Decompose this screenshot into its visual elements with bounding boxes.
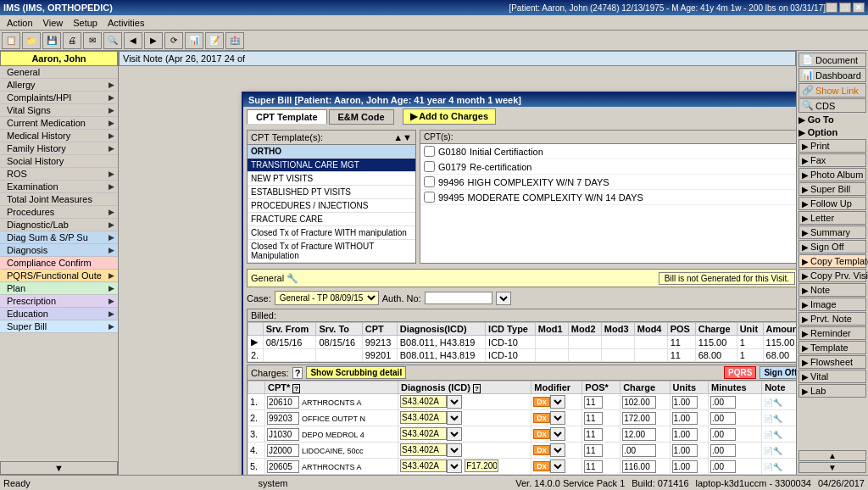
- cpt-input-4[interactable]: [267, 444, 299, 457]
- toolbar-btn-9[interactable]: ⟳: [164, 32, 183, 49]
- pos-input-4[interactable]: [584, 444, 603, 457]
- toolbar-btn-8[interactable]: ▶: [144, 32, 163, 49]
- diag-drop-5[interactable]: [447, 459, 462, 473]
- charge-input-1[interactable]: [622, 396, 656, 409]
- menu-activities[interactable]: Activities: [103, 17, 149, 29]
- right-scroll-up[interactable]: ▲: [798, 450, 866, 461]
- toolbar-btn-2[interactable]: 📁: [22, 32, 41, 49]
- dx-btn-4[interactable]: Dx: [533, 445, 550, 455]
- charge-row-1[interactable]: 1. ARTHROCNTS A Dx 📄🔧 N: [248, 394, 797, 410]
- mod-drop-5[interactable]: [550, 459, 565, 473]
- sidebar-item-family-history[interactable]: Family History ▶: [0, 142, 118, 155]
- units-input-5[interactable]: [672, 460, 698, 473]
- sidebar-item-procedures[interactable]: Procedures ▶: [0, 206, 118, 219]
- cpt-check-99496[interactable]: [424, 176, 435, 187]
- template-item-closed-without[interactable]: Closed Tx of Fracture WITHOUT Manipulati…: [248, 240, 415, 263]
- template-item-closed-with[interactable]: Closed Tx of Fracture WITH manipulation: [248, 226, 415, 240]
- show-scrub-btn[interactable]: Show Scrubbing detail: [306, 366, 406, 379]
- template-item-procedures[interactable]: PROCEDURES / INJECTIONS: [248, 199, 415, 213]
- sidebar-item-general[interactable]: General: [0, 66, 118, 79]
- menu-action[interactable]: Action: [2, 17, 38, 29]
- billed-row-2[interactable]: 2. 99201 B08.011, H43.819 ICD-10 1: [248, 349, 797, 362]
- toolbar-btn-11[interactable]: 📝: [205, 32, 224, 49]
- template-item-established[interactable]: ESTABLISHED PT VISITS: [248, 186, 415, 199]
- right-btn-lab[interactable]: ▶ Lab: [798, 384, 866, 398]
- minimize-btn[interactable]: _: [826, 3, 837, 13]
- charge-input-2[interactable]: [622, 412, 656, 425]
- sidebar-item-diagnostic-lab[interactable]: Diagnostic/Lab ▶: [0, 219, 118, 231]
- dx-btn-2[interactable]: Dx: [533, 413, 550, 423]
- right-btn-vital[interactable]: ▶ Vital: [798, 370, 866, 383]
- diag-input-5[interactable]: [400, 459, 447, 472]
- sidebar-item-examination[interactable]: Examination ▶: [0, 181, 118, 193]
- charge-input-4[interactable]: [622, 444, 656, 457]
- pos-input-5[interactable]: [584, 460, 603, 473]
- diag-input-4[interactable]: [400, 443, 447, 456]
- right-btn-summary[interactable]: ▶ Summary: [798, 226, 866, 239]
- right-btn-image[interactable]: ▶ Image: [798, 298, 866, 311]
- sidebar-item-vitals[interactable]: Vital Signs ▶: [0, 104, 118, 117]
- charge-row-3[interactable]: 3. DEPO MEDROL 4 Dx 📄🔧 N: [248, 426, 797, 443]
- add-charges-btn[interactable]: ▶ Add to Charges: [403, 109, 497, 125]
- mod-drop-4[interactable]: [550, 443, 565, 457]
- pos-input-1[interactable]: [584, 396, 603, 409]
- units-input-1[interactable]: [672, 396, 698, 409]
- template-item-new-pt[interactable]: NEW PT VISITS: [248, 172, 415, 186]
- menu-setup[interactable]: Setup: [68, 17, 103, 29]
- minutes-input-4[interactable]: [710, 444, 736, 457]
- template-item-transitional[interactable]: TRANSITIONAL CARE MGT: [248, 159, 415, 172]
- units-input-2[interactable]: [672, 412, 698, 425]
- sidebar-item-medication[interactable]: Current Medication ▶: [0, 117, 118, 130]
- charge-row-2[interactable]: 2. OFFICE OUTPT N Dx 📄🔧 N: [248, 410, 797, 426]
- auth-dropdown[interactable]: [496, 292, 511, 305]
- right-btn-document[interactable]: 📄 Document: [798, 53, 866, 67]
- pos-input-2[interactable]: [584, 412, 603, 425]
- right-btn-template[interactable]: ▶ Template: [798, 341, 866, 354]
- charge-row-4[interactable]: 4. LIDOCAINE, 50cc Dx 📄🔧 N: [248, 443, 797, 459]
- right-btn-photo-album[interactable]: ▶ Photo Album: [798, 168, 866, 181]
- right-btn-show-link[interactable]: 🔗 Show Link: [798, 83, 866, 97]
- diag-input-5b[interactable]: [465, 459, 498, 472]
- sidebar-item-diagnosis[interactable]: Diagnosis ▶: [0, 244, 118, 257]
- cpt-input-1[interactable]: [267, 396, 299, 409]
- toolbar-btn-6[interactable]: 🔍: [103, 32, 122, 49]
- sidebar-item-prescription[interactable]: Prescription ▶: [0, 295, 118, 308]
- minutes-input-2[interactable]: [710, 412, 736, 425]
- cpt-input-5[interactable]: [267, 460, 299, 473]
- right-btn-copy-prv-visit[interactable]: ▶ Copy Prv. Visit: [798, 269, 866, 282]
- cpt-check-g0180[interactable]: [424, 146, 435, 157]
- right-btn-copy-template[interactable]: ▶ Copy Template: [798, 254, 866, 268]
- right-btn-dashboard[interactable]: 📊 Dashboard: [798, 68, 866, 82]
- toolbar-btn-3[interactable]: 💾: [42, 32, 61, 49]
- sidebar-item-diag-sum[interactable]: Diag Sum & S/P Su ▶: [0, 231, 118, 244]
- dx-btn-3[interactable]: Dx: [533, 429, 550, 439]
- toolbar-btn-7[interactable]: ◀: [124, 32, 142, 49]
- mod-drop-1[interactable]: [550, 395, 565, 409]
- diag-drop-4[interactable]: [447, 443, 462, 457]
- sidebar-scroll-down[interactable]: ▼: [0, 461, 118, 475]
- minutes-input-1[interactable]: [710, 396, 736, 409]
- toolbar-btn-10[interactable]: 📊: [185, 32, 203, 49]
- template-item-ortho[interactable]: ORTHO: [248, 145, 415, 159]
- right-btn-prvt-note[interactable]: ▶ Prvt. Note: [798, 312, 866, 326]
- diag-drop-2[interactable]: [447, 411, 462, 425]
- maximize-btn[interactable]: □: [839, 3, 851, 13]
- right-btn-follow-up[interactable]: ▶ Follow Up: [798, 197, 866, 210]
- toolbar-btn-5[interactable]: ✉: [83, 32, 102, 49]
- charge-row-5[interactable]: 5. ARTHROCNTS A Dx 📄🔧 N: [248, 459, 797, 475]
- sidebar-item-social-history[interactable]: Social History: [0, 155, 118, 168]
- right-btn-letter[interactable]: ▶ Letter: [798, 211, 866, 225]
- diag-input-3[interactable]: [400, 427, 447, 440]
- dx-btn-1[interactable]: Dx: [533, 397, 550, 407]
- charge-input-5[interactable]: [622, 460, 656, 473]
- toolbar-btn-4[interactable]: 🖨: [63, 32, 81, 49]
- cpt-input-2[interactable]: [267, 412, 299, 425]
- sign-off-btn[interactable]: Sign Off Visit Note: [760, 366, 796, 379]
- sidebar-item-pqrs[interactable]: PQRS/Functional Oute ▶: [0, 270, 118, 282]
- case-dropdown[interactable]: General - TP 08/09/15: [275, 291, 379, 305]
- right-btn-reminder[interactable]: ▶ Reminder: [798, 326, 866, 340]
- units-input-4[interactable]: [672, 444, 698, 457]
- cpt-check-99495[interactable]: [424, 192, 435, 203]
- charge-row-6[interactable]: ▶ APPL SHORT AR Dx 📄🔧 N: [248, 475, 797, 476]
- units-input-3[interactable]: [672, 428, 698, 441]
